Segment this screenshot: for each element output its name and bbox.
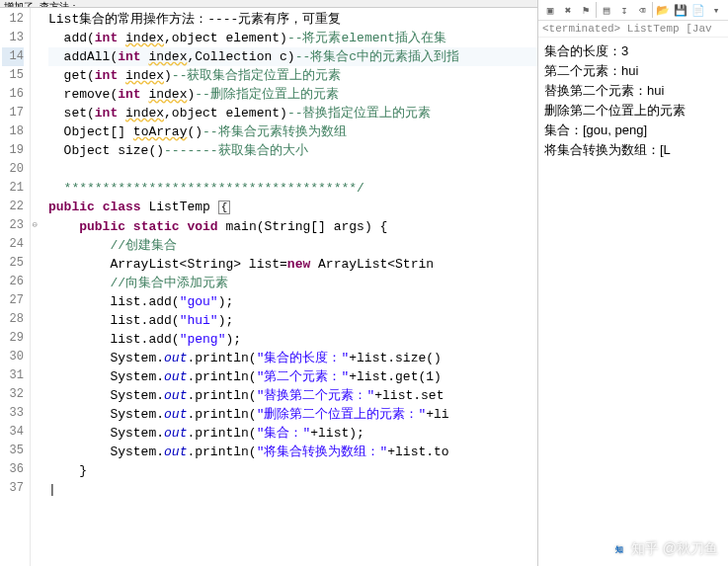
code-line[interactable] (48, 160, 537, 179)
console-line: 删除第二个位置上的元素 (544, 101, 722, 121)
code-line[interactable]: } (48, 461, 537, 480)
code-line[interactable]: System.out.println("第二个元素："+list.get(1) (48, 367, 537, 386)
code-line[interactable]: //向集合中添加元素 (48, 274, 537, 292)
line-number[interactable]: 23 (2, 216, 24, 235)
code-line[interactable]: **************************************/ (48, 179, 537, 198)
code-area: 1213141516171819202122232425262728293031… (0, 8, 537, 566)
line-number[interactable]: 24 (2, 235, 24, 254)
code-line[interactable]: public static void main(String[] args) { (48, 217, 537, 236)
code-editor[interactable]: List集合的常用操作方法：----元素有序，可重复 add(int index… (31, 8, 537, 566)
code-line[interactable]: Object[] toArray()--将集合元素转换为数组 (48, 122, 537, 141)
code-line[interactable]: addAll(int index,Collection c)--将集合c中的元素… (48, 47, 537, 66)
console-run-header: <terminated> ListTemp [Jav (538, 21, 728, 38)
console-line: 集合：[gou, peng] (544, 121, 722, 140)
line-number-gutter[interactable]: 1213141516171819202122232425262728293031… (0, 8, 31, 566)
code-line[interactable]: Object size()-------获取集合的大小 (48, 141, 537, 160)
code-line[interactable]: get(int index)--获取集合指定位置上的元素 (48, 66, 537, 85)
line-number[interactable]: 34 (2, 423, 24, 442)
line-number[interactable]: 37 (2, 479, 24, 498)
open-icon[interactable]: 📂 (655, 2, 671, 18)
line-number[interactable]: 19 (2, 141, 24, 160)
new-icon[interactable]: 📄 (690, 2, 706, 18)
line-number[interactable]: 20 (2, 160, 24, 179)
line-number[interactable]: 25 (2, 254, 24, 273)
code-line[interactable]: remove(int index)--删除指定位置上的元素 (48, 85, 537, 104)
clear-icon[interactable]: ⌫ (634, 2, 650, 18)
console-pane: ▣✖⚑▤↧⌫📂💾📄▾ <terminated> ListTemp [Jav 集合… (538, 0, 728, 566)
editor-tabs: 增加了 查方法： (0, 0, 537, 8)
close-icon[interactable]: ✖ (560, 2, 576, 18)
line-number[interactable]: 31 (2, 366, 24, 385)
remove-all-icon[interactable]: ▣ (542, 2, 558, 18)
code-line[interactable]: list.add("peng"); (48, 330, 537, 349)
code-line[interactable]: List集合的常用操作方法：----元素有序，可重复 (48, 10, 537, 29)
line-number[interactable]: 14 (2, 47, 24, 66)
line-number[interactable]: 26 (2, 273, 24, 291)
line-number[interactable]: 28 (2, 310, 24, 329)
code-line[interactable]: System.out.println("将集合转换为数组："+list.to (48, 443, 537, 461)
line-number[interactable]: 27 (2, 291, 24, 310)
code-line[interactable]: list.add("gou"); (48, 292, 537, 311)
pin-icon[interactable]: ⚑ (578, 2, 594, 18)
line-number[interactable]: 33 (2, 404, 24, 423)
editor-pane: 增加了 查方法： 1213141516171819202122232425262… (0, 0, 538, 566)
code-line[interactable]: System.out.println("集合："+list); (48, 424, 537, 443)
line-number[interactable]: 18 (2, 122, 24, 141)
display-icon[interactable]: ▤ (599, 2, 614, 18)
line-number[interactable]: 13 (2, 29, 24, 47)
code-line[interactable]: list.add("hui"); (48, 311, 537, 330)
line-number[interactable]: 30 (2, 348, 24, 366)
line-number[interactable]: 32 (2, 385, 24, 404)
save-icon[interactable]: 💾 (673, 2, 688, 18)
console-toolbar: ▣✖⚑▤↧⌫📂💾📄▾ (538, 0, 728, 21)
console-line: 第二个元素：hui (544, 61, 722, 81)
code-line[interactable]: //创建集合 (48, 236, 537, 255)
menu-icon[interactable]: ▾ (708, 2, 724, 18)
line-number[interactable]: 17 (2, 104, 24, 122)
code-line[interactable]: System.out.println("删除第二个位置上的元素："+li (48, 405, 537, 424)
line-number[interactable]: 35 (2, 442, 24, 460)
line-number[interactable]: 36 (2, 460, 24, 479)
line-number[interactable]: 21 (2, 179, 24, 198)
console-line: 集合的长度：3 (544, 41, 722, 61)
line-number[interactable]: 22 (2, 198, 24, 216)
code-line[interactable]: set(int index,object element)--替换指定位置上的元… (48, 104, 537, 122)
console-output: 集合的长度：3第二个元素：hui替换第二个元素：hui删除第二个位置上的元素集合… (538, 38, 728, 566)
code-line[interactable]: System.out.println("集合的长度："+list.size() (48, 349, 537, 367)
code-line[interactable]: add(int index,object element)--将元素elemen… (48, 29, 537, 47)
line-number[interactable]: 29 (2, 329, 24, 348)
line-number[interactable]: 12 (2, 10, 24, 29)
code-line[interactable]: System.out.println("替换第二个元素："+list.set (48, 386, 537, 405)
console-line: 将集合转换为数组：[L (544, 140, 722, 160)
code-line[interactable]: public class ListTemp { (48, 198, 537, 217)
console-line: 替换第二个元素：hui (544, 81, 722, 101)
scroll-icon[interactable]: ↧ (616, 2, 632, 18)
line-number[interactable]: 15 (2, 66, 24, 85)
code-line[interactable]: | (48, 480, 537, 499)
code-line[interactable]: ArrayList<String> list=new ArrayList<Str… (48, 255, 537, 274)
line-number[interactable]: 16 (2, 85, 24, 104)
